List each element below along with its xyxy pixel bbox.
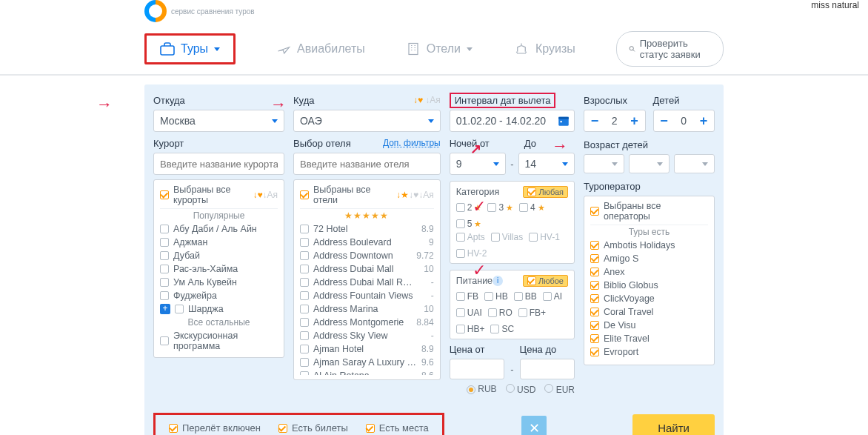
resort-input[interactable] (153, 153, 284, 175)
hotel-item[interactable]: Address Sky View- (300, 329, 434, 342)
meal-option[interactable]: HB+ (456, 324, 485, 334)
price-from-input[interactable] (450, 359, 504, 379)
stars-icon: ★★★★★ (344, 210, 389, 221)
annotation-arrow: → (96, 95, 113, 114)
hotel-all-label: Выбраны все отели (313, 185, 392, 205)
svg-rect-5 (561, 121, 562, 122)
calendar-icon (557, 114, 570, 127)
meal-option[interactable]: FB (456, 291, 478, 302)
meal-option[interactable]: AI (543, 291, 562, 302)
meal-option[interactable]: SC (490, 324, 514, 334)
operator-item[interactable]: Good Time Travel (590, 359, 708, 360)
flight-included-checkbox[interactable]: Перелёт включен (169, 422, 261, 434)
operator-header: Туры есть (590, 225, 708, 239)
hotel-input[interactable] (293, 153, 441, 175)
meal-option[interactable]: BB (514, 291, 537, 302)
meal-option[interactable]: RO (488, 308, 513, 318)
operator-item[interactable]: Coral Travel (590, 305, 708, 319)
nights-to-select[interactable]: 14 (518, 153, 575, 175)
currency-usd[interactable]: USD (506, 384, 536, 395)
excursion-checkbox[interactable] (160, 336, 169, 345)
nav-flights[interactable]: Авиабилеты (276, 42, 365, 56)
currency-rub[interactable]: RUB (467, 384, 497, 395)
kids-age-label: Возраст детей (584, 139, 648, 150)
dates-input[interactable]: 01.02.20 - 14.02.20 (450, 110, 575, 132)
meal-option[interactable]: UAI (456, 308, 482, 318)
hotel-item[interactable]: Ajman Saray A Luxury Col9.6 (300, 356, 434, 369)
nav-hotels[interactable]: Отели (406, 42, 473, 56)
plane-icon (276, 42, 291, 56)
minus-button[interactable]: − (584, 110, 605, 131)
seats-available-checkbox[interactable]: Есть места (366, 422, 429, 434)
operator-item[interactable]: Ambotis Holidays (590, 239, 708, 252)
adults-label: Взрослых (584, 95, 627, 106)
nights-to-label: До (524, 138, 536, 149)
age-select[interactable] (584, 154, 624, 173)
resort-item[interactable]: Аджман (160, 236, 278, 249)
operator-item[interactable]: Elite Travel (590, 332, 708, 345)
operator-item[interactable]: Evroport (590, 345, 708, 359)
adults-stepper[interactable]: −2+ (584, 110, 646, 132)
price-to-label: Цена до (520, 344, 557, 355)
resort-all-checkbox[interactable] (160, 190, 169, 199)
search-icon (629, 44, 635, 54)
dates-label: Интервал дат вылета (450, 93, 556, 108)
resort-item[interactable]: +Шарджа (160, 302, 278, 316)
logo-subtitle: сервис сравнения туров (171, 7, 255, 16)
logo-icon (144, 0, 167, 22)
hotel-item[interactable]: Address Dubai Mall10 (300, 262, 434, 276)
hotel-item[interactable]: Al Ain Rotana8.6 (300, 369, 434, 375)
resort-item[interactable]: Ум Аль Кувейн (160, 276, 278, 289)
check-status-button[interactable]: Проверить статус заявки (616, 31, 724, 67)
kids-stepper[interactable]: −0+ (653, 110, 715, 132)
minus-button[interactable]: − (654, 110, 675, 131)
hotel-item[interactable]: Address Boulevard9 (300, 236, 434, 249)
hotel-item[interactable]: Address Downtown9.72 (300, 249, 434, 262)
nav-cruises[interactable]: Круизы (513, 42, 575, 56)
resort-item[interactable]: Фуджейра (160, 289, 278, 302)
currency-eur[interactable]: EUR (544, 384, 575, 395)
filters-link[interactable]: Доп. фильтры (383, 138, 441, 148)
svg-rect-0 (161, 46, 174, 55)
price-to-input[interactable] (520, 359, 575, 379)
operator-item[interactable]: Biblio Globus (590, 279, 708, 292)
hotel-label: Выбор отеля (293, 138, 351, 149)
operator-item[interactable]: Anex (590, 265, 708, 279)
meal-option[interactable]: HB (484, 291, 508, 302)
from-select[interactable]: Москва (153, 110, 284, 132)
to-select[interactable]: ОАЭ (293, 110, 441, 132)
category-any-tag[interactable]: Любая (523, 186, 568, 198)
operator-all-checkbox[interactable] (590, 207, 599, 216)
meal-option[interactable]: FB+ (518, 308, 546, 318)
hotel-item[interactable]: Address Marina10 (300, 302, 434, 316)
close-button[interactable]: ✕ (521, 416, 547, 436)
operator-item[interactable]: De Visu (590, 319, 708, 332)
find-button[interactable]: Найти (632, 414, 715, 435)
age-select[interactable] (629, 154, 670, 173)
age-select[interactable] (674, 154, 715, 173)
resort-item[interactable]: Рас-эль-Хайма (160, 262, 278, 276)
annotation-check: ✓ (473, 197, 486, 216)
hotel-item[interactable]: Address Dubai Mall Resid- (300, 276, 434, 289)
plus-button[interactable]: + (624, 110, 645, 131)
hotel-item[interactable]: Address Montgomerie8.84 (300, 316, 434, 329)
nav-tours[interactable]: Туры (160, 42, 220, 56)
meal-any-tag[interactable]: Любое (523, 275, 568, 287)
annotation-arrow: → (270, 95, 287, 114)
hotel-item[interactable]: 72 Hotel8.9 (300, 222, 434, 236)
resort-item[interactable]: Дубай (160, 249, 278, 262)
nights-from-label: Ночей от (450, 138, 490, 149)
operator-item[interactable]: Amigo S (590, 252, 708, 265)
hotel-item[interactable]: Address Fountain Views- (300, 289, 434, 302)
plus-button[interactable]: + (693, 110, 714, 131)
svg-rect-4 (558, 117, 569, 119)
tickets-available-checkbox[interactable]: Есть билеты (278, 422, 348, 434)
expand-icon[interactable]: + (160, 304, 170, 314)
resort-item[interactable]: Абу Даби / Аль Айн (160, 222, 278, 236)
info-icon[interactable]: i (493, 276, 503, 286)
hotel-all-checkbox[interactable] (300, 190, 309, 199)
operator-label: Туроператор (584, 181, 641, 192)
hotel-item[interactable]: Ajman Hotel8.9 (300, 342, 434, 356)
user-label: miss natural (811, 0, 859, 10)
operator-item[interactable]: ClickVoyage (590, 292, 708, 305)
